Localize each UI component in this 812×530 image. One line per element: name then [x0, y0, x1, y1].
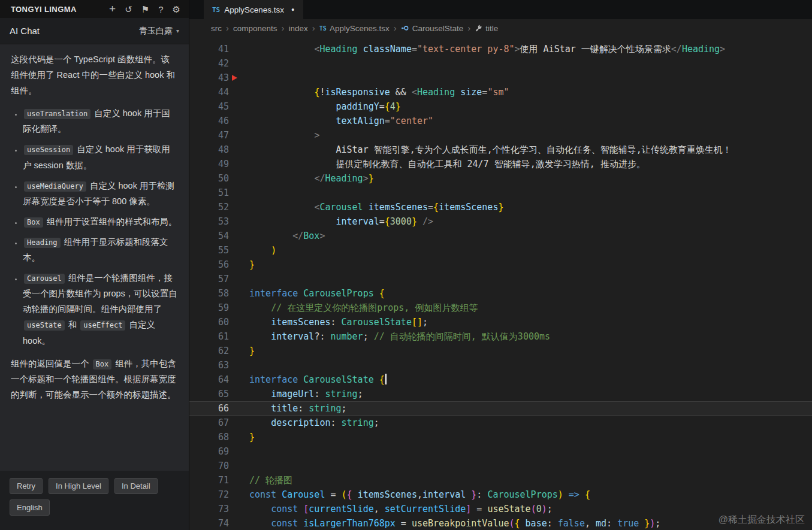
line-number[interactable]: 67	[189, 416, 229, 430]
line-number[interactable]: 49	[189, 157, 229, 171]
code-line-41[interactable]: 41 <Heading className="text-center py-8"…	[189, 42, 812, 56]
code-line-68[interactable]: 68}	[189, 430, 812, 444]
history-icon[interactable]: ↺	[125, 5, 132, 14]
breadcrumb-item-applyscenes-tsx[interactable]: TSApplyScenes.tsx	[319, 24, 390, 33]
code-line-64[interactable]: 64interface CarouselState {	[189, 372, 812, 387]
line-number[interactable]: 41	[189, 42, 229, 56]
code-line-65[interactable]: 65 imageUrl: string;	[189, 387, 812, 401]
line-number[interactable]: 55	[189, 243, 229, 258]
code-line-62[interactable]: 62}	[189, 344, 812, 358]
breadcrumb-item-components[interactable]: components	[233, 24, 277, 33]
code-text: interface CarouselProps {	[249, 286, 812, 301]
code-line-55[interactable]: 55 )	[189, 243, 812, 258]
settings-icon[interactable]: ⚙	[173, 5, 180, 14]
flag-icon[interactable]: ⚑	[141, 5, 149, 14]
line-number[interactable]: 64	[189, 372, 229, 387]
line-number[interactable]: 56	[189, 258, 229, 272]
line-number[interactable]: 66	[189, 401, 229, 416]
gutter	[229, 372, 249, 387]
chat-paragraph: 这段代码是一个 TypeScript 函数组件。该组件使用了 React 中的一…	[11, 52, 178, 98]
code-line-59[interactable]: 59 // 在这里定义你的轮播图props, 例如图片数组等	[189, 301, 812, 315]
line-number[interactable]: 70	[189, 459, 229, 473]
line-number[interactable]: 74	[189, 516, 229, 530]
code-line-49[interactable]: 49 提供定制化教育、自动化工具和 24/7 智能辅导,激发学习热情, 推动进步…	[189, 157, 812, 171]
line-number[interactable]: 69	[189, 444, 229, 459]
code-line-44[interactable]: 44 {!isResponsive && <Heading size="sm"	[189, 85, 812, 99]
code-line-42[interactable]: 42	[189, 56, 812, 71]
line-number[interactable]: 47	[189, 128, 229, 143]
code-line-50[interactable]: 50 </Heading>}	[189, 171, 812, 186]
breadcrumb-item-title[interactable]: title	[475, 24, 498, 33]
code-line-60[interactable]: 60 itemsScenes: CarouselState[];	[189, 315, 812, 329]
line-number[interactable]: 50	[189, 171, 229, 186]
interface-symbol-icon	[401, 24, 409, 32]
code-line-48[interactable]: 48 AiStar 智能引擎,专为个人成长而生,个性化学习、自动化任务、智能辅导…	[189, 143, 812, 157]
ts-file-icon: TS	[319, 25, 327, 32]
breadcrumb-item-index[interactable]: index	[289, 24, 308, 33]
line-number[interactable]: 51	[189, 186, 229, 200]
code-text: }	[249, 430, 812, 444]
code-line-46[interactable]: 46 textAlign="center"	[189, 114, 812, 128]
code-line-53[interactable]: 53 interval={3000} />	[189, 214, 812, 229]
line-number[interactable]: 46	[189, 114, 229, 128]
chat-action-in-detail[interactable]: In Detail	[114, 478, 158, 494]
line-number[interactable]: 62	[189, 344, 229, 358]
gutter	[229, 229, 249, 243]
line-number[interactable]: 44	[189, 85, 229, 99]
code-line-70[interactable]: 70	[189, 459, 812, 473]
code-text: paddingY={4}	[249, 99, 812, 114]
line-number[interactable]: 54	[189, 229, 229, 243]
code-line-69[interactable]: 69	[189, 444, 812, 459]
chat-action-in-high-level[interactable]: In High Level	[49, 478, 108, 494]
line-number[interactable]: 60	[189, 315, 229, 329]
line-number[interactable]: 61	[189, 329, 229, 344]
line-number[interactable]: 52	[189, 200, 229, 214]
code-line-71[interactable]: 71// 轮播图	[189, 473, 812, 487]
line-number[interactable]: 65	[189, 387, 229, 401]
chat-action-retry[interactable]: Retry	[10, 478, 43, 494]
tab-applyscenes[interactable]: TS ApplyScenes.tsx ●	[204, 0, 303, 19]
code-line-51[interactable]: 51	[189, 186, 812, 200]
code-line-52[interactable]: 52 <Carousel itemsScenes={itemsScenes}	[189, 200, 812, 214]
code-line-58[interactable]: 58interface CarouselProps {	[189, 286, 812, 301]
code-line-57[interactable]: 57	[189, 272, 812, 286]
code-line-73[interactable]: 73 const [currentSlide, setCurrentSlide]…	[189, 502, 812, 516]
code-line-54[interactable]: 54 </Box>	[189, 229, 812, 243]
tab-bar: TS ApplyScenes.tsx ●	[189, 0, 812, 19]
code-line-72[interactable]: 72const Carousel = ({ itemsScenes,interv…	[189, 487, 812, 502]
line-number[interactable]: 57	[189, 272, 229, 286]
line-number[interactable]: 59	[189, 301, 229, 315]
code-line-74[interactable]: 74 const isLargerThan768px = useBreakpoi…	[189, 516, 812, 530]
help-icon[interactable]: ?	[158, 5, 163, 14]
code-area[interactable]: 41 <Heading className="text-center py-8"…	[189, 37, 812, 530]
line-number[interactable]: 58	[189, 286, 229, 301]
breadcrumb-item-carouselstate[interactable]: CarouselState	[401, 24, 464, 33]
line-number[interactable]: 71	[189, 473, 229, 487]
code-line-56[interactable]: 56}	[189, 258, 812, 272]
new-chat-icon[interactable]: +	[109, 3, 116, 14]
model-selector[interactable]: 青玉白露 ▾	[139, 26, 179, 37]
gutter	[229, 42, 249, 56]
code-line-61[interactable]: 61 interval?: number; // 自动轮播的间隔时间, 默认值为…	[189, 329, 812, 344]
line-number[interactable]: 43	[189, 71, 229, 85]
line-number[interactable]: 53	[189, 214, 229, 229]
code-text: description: string;	[249, 416, 812, 430]
line-number[interactable]: 63	[189, 358, 229, 372]
line-number[interactable]: 68	[189, 430, 229, 444]
line-number[interactable]: 48	[189, 143, 229, 157]
code-line-47[interactable]: 47 >	[189, 128, 812, 143]
gutter	[229, 358, 249, 372]
line-number[interactable]: 42	[189, 56, 229, 71]
chat-action-english[interactable]: English	[10, 499, 50, 516]
breadcrumb-item-src[interactable]: src	[211, 24, 222, 33]
line-number[interactable]: 72	[189, 487, 229, 502]
panel-header: TONGYI LINGMA +↺⚑?⚙	[0, 0, 189, 18]
gutter	[229, 516, 249, 530]
line-number[interactable]: 73	[189, 502, 229, 516]
code-line-63[interactable]: 63	[189, 358, 812, 372]
code-line-43[interactable]: 43	[189, 71, 812, 85]
code-line-66[interactable]: 66 title: string;	[189, 401, 812, 416]
code-line-67[interactable]: 67 description: string;	[189, 416, 812, 430]
code-line-45[interactable]: 45 paddingY={4}	[189, 99, 812, 114]
line-number[interactable]: 45	[189, 99, 229, 114]
